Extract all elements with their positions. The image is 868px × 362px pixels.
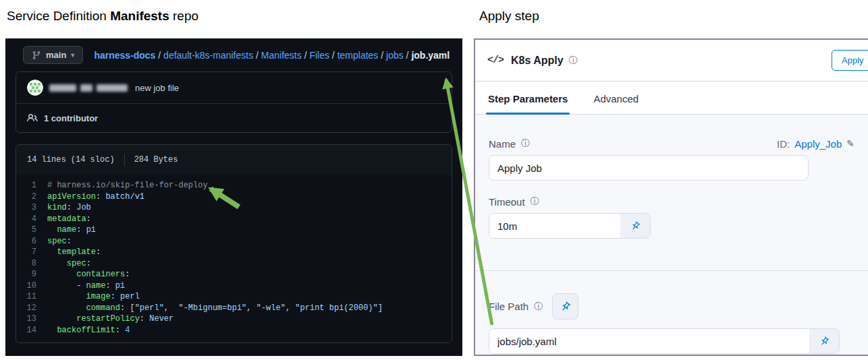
breadcrumb-separator: / (329, 50, 337, 61)
breadcrumb-segment-templates[interactable]: templates (337, 50, 379, 61)
right-panel-title: Apply step (479, 9, 539, 24)
breadcrumb-separator: / (155, 50, 163, 61)
code-step-icon: </> (487, 55, 504, 66)
breadcrumb-segment-jobs[interactable]: jobs (386, 50, 404, 61)
info-icon[interactable]: ⓘ (569, 55, 578, 67)
file-card: 14 lines (14 sloc) 284 Bytes 1# harness.… (16, 144, 452, 343)
line-number[interactable]: 11 (16, 291, 47, 303)
code-text: restartPolicy: Never (47, 313, 173, 325)
line-number[interactable]: 14 (16, 325, 47, 336)
code-text: backoffLimit: 4 (47, 325, 130, 336)
file-size: 284 Bytes (134, 155, 178, 164)
code-line: 13 restartPolicy: Never (16, 313, 452, 325)
git-branch-icon (32, 51, 41, 60)
step-title: K8s Apply (511, 55, 564, 67)
tabs: Step ParametersAdvanced (475, 82, 868, 115)
code-text: containers: (47, 269, 130, 280)
code-line: 5 name: pi (16, 224, 452, 236)
code-text: image: perl (47, 291, 140, 303)
code-text: name: pi (47, 224, 96, 236)
name-label: Name (489, 138, 516, 150)
breadcrumb-segment-Manifests[interactable]: Manifests (261, 50, 302, 61)
chevron-down-icon: ▾ (71, 51, 74, 59)
breadcrumb-segment-Files[interactable]: Files (309, 50, 329, 61)
code-line: 8 spec: (16, 258, 452, 270)
info-icon[interactable]: ⓘ (521, 138, 530, 150)
breadcrumb-segment-harness-docs[interactable]: harness-docs (94, 50, 155, 61)
divider (124, 154, 125, 166)
avatar[interactable] (27, 80, 43, 96)
line-number[interactable]: 3 (16, 202, 47, 214)
divider (475, 270, 868, 271)
edit-icon[interactable]: ✎ (846, 138, 855, 149)
line-number[interactable]: 12 (16, 303, 47, 314)
branch-selector-button[interactable]: main ▾ (23, 46, 83, 64)
breadcrumb: harness-docs / default-k8s-manifests / M… (94, 49, 450, 62)
breadcrumb-segment-default-k8s-manifests[interactable]: default-k8s-manifests (163, 50, 253, 61)
line-number[interactable]: 6 (16, 236, 47, 247)
timeout-label: Timeout (489, 196, 525, 208)
line-number[interactable]: 1 (16, 180, 47, 191)
code-line: 7 template: (16, 247, 452, 258)
github-repo-panel: main ▾ harness-docs / default-k8s-manife… (5, 38, 462, 356)
breadcrumb-separator: / (253, 50, 261, 61)
info-icon[interactable]: ⓘ (531, 195, 539, 208)
info-icon[interactable]: ⓘ (534, 301, 543, 313)
line-number[interactable]: 5 (16, 224, 47, 236)
code-block: 1# harness.io/skip-file-for-deploy2apiVe… (16, 175, 452, 342)
breadcrumb-separator: / (404, 50, 412, 61)
code-text: command: ["perl", "-Mbignum=bpi", "-wle"… (47, 303, 383, 314)
code-text: # harness.io/skip-file-for-deploy (47, 180, 208, 191)
file-stats-bar: 14 lines (14 sloc) 284 Bytes (16, 145, 452, 175)
people-icon (27, 113, 38, 123)
timeout-input-group (489, 213, 651, 239)
timeout-pin-toggle[interactable] (620, 214, 650, 238)
timeout-label-row: Timeout ⓘ (489, 194, 855, 209)
tab-step-parameters[interactable]: Step Parameters (488, 93, 568, 114)
code-line: 14 backoffLimit: 4 (16, 325, 452, 336)
tab-advanced[interactable]: Advanced (593, 93, 639, 114)
code-line: 3kind: Job (16, 202, 452, 214)
left-panel-title: Service Definition Manifests repo (7, 9, 198, 24)
line-number[interactable]: 13 (16, 313, 47, 325)
code-line: 9 containers: (16, 269, 452, 280)
timeout-input[interactable] (489, 214, 620, 238)
code-text: spec: (47, 258, 91, 270)
filepath-pin-toggle[interactable] (809, 329, 839, 353)
line-number[interactable]: 10 (16, 280, 47, 292)
contributors-row[interactable]: 1 contributor (16, 104, 452, 132)
branch-name: main (46, 50, 66, 60)
pin-icon (817, 334, 831, 348)
filepath-input-group (489, 328, 840, 354)
filepath-label-row: File Path ⓘ (489, 293, 855, 320)
line-number[interactable]: 8 (16, 258, 47, 270)
pin-icon (558, 299, 572, 313)
line-number[interactable]: 9 (16, 269, 47, 280)
filepath-label: File Path (489, 301, 528, 312)
line-number[interactable]: 2 (16, 191, 47, 203)
code-line: 12 command: ["perl", "-Mbignum=bpi", "-w… (16, 303, 452, 314)
code-line: 6spec: (16, 236, 452, 247)
code-text: metadata: (47, 214, 91, 225)
file-lines-count: 14 lines (14 sloc) (27, 155, 115, 164)
commit-card: new job file 1 contributor (16, 71, 452, 133)
code-line: 10 - name: pi (16, 280, 452, 292)
step-id-value[interactable]: Apply_Job (794, 138, 842, 150)
apply-changes-button[interactable]: Apply (832, 50, 868, 71)
line-number[interactable]: 7 (16, 247, 47, 258)
name-input[interactable] (489, 155, 809, 181)
step-parameters-form: Name ⓘ ID: Apply_Job ✎ Timeout ⓘ File Pa… (475, 115, 868, 356)
commit-message[interactable]: new job file (135, 83, 179, 93)
filepath-input[interactable] (489, 329, 809, 353)
k8s-apply-step-panel: </> K8s Apply ⓘ Apply Step ParametersAdv… (474, 38, 868, 356)
filepath-pin-button[interactable] (552, 293, 578, 320)
code-line: 4metadata: (16, 214, 452, 225)
breadcrumb-separator: / (302, 50, 310, 61)
code-line: 2apiVersion: batch/v1 (16, 191, 452, 203)
contributor-count: 1 contributor (44, 113, 98, 123)
line-number[interactable]: 4 (16, 214, 47, 225)
code-text: template: (47, 247, 101, 258)
breadcrumb-separator: / (378, 50, 386, 61)
latest-commit-row[interactable]: new job file (16, 72, 452, 103)
id-label: ID: (777, 138, 790, 150)
